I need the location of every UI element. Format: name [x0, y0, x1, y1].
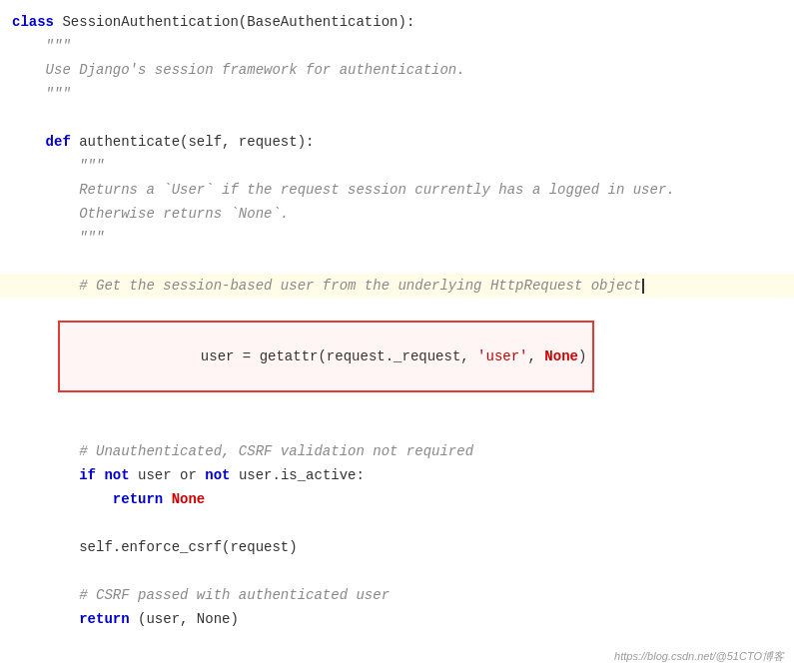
code-text: authenticate(self, request): — [79, 134, 314, 150]
line-content: """ — [4, 35, 794, 57]
keyword: not — [205, 467, 239, 483]
highlighted-code-box: user = getattr(request._request, 'user',… — [58, 321, 594, 392]
watermark: https://blog.csdn.net/@51CTO博客 — [614, 649, 784, 664]
line-content: Otherwise returns `None`. — [4, 203, 794, 225]
keyword-none: None — [544, 348, 578, 364]
line-content: user = getattr(request._request, 'user',… — [4, 299, 794, 414]
code-line-16: if not user or not user.is_active: — [0, 463, 794, 487]
code-line-9: Otherwise returns `None`. — [0, 202, 794, 226]
line-content: class SessionAuthentication(BaseAuthenti… — [4, 11, 794, 33]
code-text: SessionAuthentication(BaseAuthentication… — [62, 14, 414, 30]
keyword: if not — [79, 467, 138, 483]
keyword: return — [79, 611, 138, 627]
line-content: """ — [4, 83, 794, 105]
line-content: self.enforce_csrf(request) — [4, 536, 794, 558]
code-line-17: return None — [0, 487, 794, 511]
code-text: """ — [12, 86, 71, 102]
code-line-2: """ — [0, 34, 794, 58]
code-line-22: return (user, None) — [0, 607, 794, 631]
code-text: , — [528, 348, 545, 364]
code-text: user — [138, 467, 180, 483]
line-content: return (user, None) — [4, 608, 794, 630]
code-text — [12, 134, 46, 150]
code-line-14 — [0, 415, 794, 439]
code-text: Returns a `User` if the request session … — [12, 182, 675, 198]
code-text: Use Django's session framework for authe… — [12, 62, 465, 78]
keyword: return — [113, 491, 172, 507]
code-text: Otherwise returns `None`. — [12, 206, 289, 222]
code-text — [12, 491, 113, 507]
code-line-11 — [0, 250, 794, 274]
string-literal: 'user' — [477, 348, 527, 364]
code-line-5 — [0, 106, 794, 130]
code-line-19: self.enforce_csrf(request) — [0, 535, 794, 559]
line-content: if not user or not user.is_active: — [4, 464, 794, 486]
text-cursor — [642, 279, 644, 294]
code-viewer: class SessionAuthentication(BaseAuthenti… — [0, 0, 794, 672]
code-text: or — [180, 467, 205, 483]
line-content — [4, 416, 794, 438]
code-text: # Get the session-based user from the un… — [12, 278, 641, 294]
code-text: # CSRF passed with authenticated user — [12, 587, 390, 603]
code-text: """ — [12, 38, 71, 54]
code-line-1: class SessionAuthentication(BaseAuthenti… — [0, 10, 794, 34]
code-line-3: Use Django's session framework for authe… — [0, 58, 794, 82]
code-text — [12, 467, 79, 483]
code-line-18 — [0, 511, 794, 535]
line-content — [4, 251, 794, 273]
code-text — [12, 611, 79, 627]
keyword: class — [12, 14, 62, 30]
code-line-10: """ — [0, 226, 794, 250]
code-line-13: user = getattr(request._request, 'user',… — [0, 298, 794, 415]
line-content: Returns a `User` if the request session … — [4, 179, 794, 201]
code-line-8: Returns a `User` if the request session … — [0, 178, 794, 202]
code-text: ) — [578, 348, 586, 364]
line-content — [4, 512, 794, 534]
code-text: user.is_active: — [239, 467, 365, 483]
keyword-none: None — [172, 491, 206, 507]
code-line-15: # Unauthenticated, CSRF validation not r… — [0, 439, 794, 463]
code-line-4: """ — [0, 82, 794, 106]
line-content: """ — [4, 227, 794, 249]
code-text: """ — [12, 230, 104, 246]
code-text: self.enforce_csrf(request) — [12, 539, 298, 555]
line-content — [4, 560, 794, 582]
code-text: """ — [12, 158, 104, 174]
code-line-6: def authenticate(self, request): — [0, 130, 794, 154]
line-content: Use Django's session framework for authe… — [4, 59, 794, 81]
line-content: return None — [4, 488, 794, 510]
code-line-20 — [0, 559, 794, 583]
line-content: """ — [4, 155, 794, 177]
line-content: def authenticate(self, request): — [4, 131, 794, 153]
code-text: # Unauthenticated, CSRF validation not r… — [12, 443, 473, 459]
code-text: (user, None) — [138, 611, 239, 627]
code-line-21: # CSRF passed with authenticated user — [0, 583, 794, 607]
code-text: user = getattr(request._request, — [134, 348, 477, 364]
line-content: # Get the session-based user from the un… — [4, 275, 794, 297]
code-line-7: """ — [0, 154, 794, 178]
line-content: # CSRF passed with authenticated user — [4, 584, 794, 606]
code-line-12: # Get the session-based user from the un… — [0, 274, 794, 298]
keyword: def — [46, 134, 80, 150]
line-content — [4, 107, 794, 129]
line-content: # Unauthenticated, CSRF validation not r… — [4, 440, 794, 462]
